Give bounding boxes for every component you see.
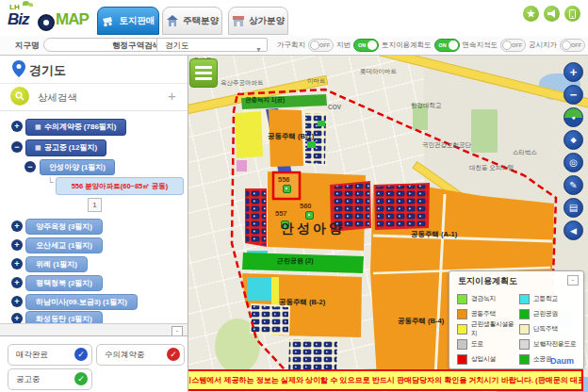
sidebar-region-title: 경기도 [29, 62, 66, 79]
district-item[interactable]: 양주옥정 (3필지) [25, 219, 103, 235]
parcel-556-label[interactable]: 556 [278, 175, 290, 184]
zoom-in-button[interactable]: + [564, 62, 583, 82]
collapse-icon[interactable]: − [24, 161, 36, 172]
toggle-label-cadastral: 연속지적도 [463, 41, 498, 50]
app-header: LH Biz MAP 토지판매 주택분양 상가분양 [0, 0, 588, 37]
legend-item: 도로 [457, 336, 519, 351]
hamburger-icon [195, 66, 212, 69]
detail-search-row[interactable]: 상세검색 + [0, 83, 188, 111]
toggle-block[interactable]: OFF [308, 39, 334, 52]
district-item[interactable]: 위례 (1필지) [25, 256, 88, 272]
mobile-button[interactable] [564, 6, 580, 22]
poi-label: 국민건강보험공단 [422, 141, 471, 150]
expand-icon[interactable]: + [11, 296, 23, 307]
expand-icon[interactable]: + [11, 258, 23, 270]
expand-icon[interactable]: + [11, 239, 23, 251]
zone-label-park: 근린공원 (2) [277, 256, 314, 266]
location-button[interactable]: ◎ [564, 153, 583, 172]
logo-map: MAP [56, 10, 89, 29]
map-attribution: Daum [550, 356, 574, 366]
legend-item: 경관녹지 [457, 291, 519, 306]
sidebar-toggle-button[interactable] [189, 58, 218, 88]
toggle-label-jibun: 지번 [336, 41, 351, 50]
legend-item: 상업시설 [457, 351, 519, 367]
layer-toggles: 가구획지 OFF 지번 ON 토지이용계획도 ON 연속지적도 OFF 공시지가… [277, 39, 585, 52]
map-canvas[interactable]: 우체국 옥산주공아파트 이마트 COV 롯데하이마트 한경대학교 국민건강보험공… [188, 55, 588, 392]
detail-search-label: 상세검색 [38, 91, 77, 105]
expand-icon[interactable]: + [11, 121, 23, 132]
toggle-price[interactable]: OFF [560, 39, 585, 52]
expand-icon[interactable]: + [11, 220, 23, 232]
legend-item: 근린생활시설용지 [457, 321, 519, 336]
filter-bar: 지구명 행정구역검색 경기도 ▼ 가구획지 OFF 지번 ON 토지이용계획도 … [0, 36, 588, 56]
poi-label: 이마트 [307, 77, 326, 86]
building-icon: ▦ [35, 123, 41, 130]
land-use-legend-panel: 토지이용계획도 - 경관녹지 고등학교 공동주택 근린공원 근린생활시설용지 단… [449, 270, 584, 369]
tab-housing-sale[interactable]: 주택분양 [162, 7, 222, 35]
toggle-label-landuse: 토지이용계획도 [382, 41, 432, 50]
district-item[interactable]: 하남미사(09.보금3) (1필지) [25, 294, 138, 310]
collapse-icon[interactable]: − [11, 141, 23, 153]
filter-negotiation-label: 수의계약중 [105, 350, 145, 361]
legend-swatch [457, 324, 467, 335]
satellite-view-button[interactable]: ◆ [564, 130, 583, 150]
check-icon: ✓ [74, 348, 88, 361]
bizmap-logo[interactable]: LH Biz MAP [0, 0, 94, 36]
tab-commercial-sale[interactable]: 상가분양 [228, 7, 288, 35]
toggle-jibun[interactable]: ON [353, 39, 379, 52]
legend-swatch [457, 294, 467, 304]
filter-sold-label: 매각완료 [16, 350, 48, 361]
tab-label: 주택분양 [183, 15, 219, 27]
pagination-page-1[interactable]: 1 [88, 198, 102, 212]
district-item[interactable]: 평택청북 (2필지) [25, 275, 103, 291]
add-search-button[interactable]: + [168, 88, 176, 104]
measure-button[interactable]: ✎ [564, 175, 583, 195]
leaf-icon [28, 3, 33, 7]
toggle-cadastral[interactable]: OFF [500, 39, 526, 52]
legend-swatch [519, 309, 530, 319]
print-button[interactable]: ▤ [564, 198, 583, 218]
star-icon [527, 9, 535, 18]
legend-collapse-button[interactable]: - [567, 275, 579, 286]
poi-label: COV [328, 104, 341, 110]
announcement-button[interactable] [544, 6, 560, 22]
district-name-label: 안성아양 [281, 220, 345, 237]
tree-item-anseong-ayang[interactable]: 안성아양 (1필지) [40, 159, 115, 175]
district-item[interactable]: 오산세교 (1필지) [25, 237, 103, 253]
toggle-landuse[interactable]: ON [434, 39, 460, 52]
filter-sold[interactable]: 매각완료 ✓ [8, 344, 92, 366]
poi-label: 롯데하이마트 [360, 68, 397, 76]
region-select[interactable]: 경기도 ▼ [156, 38, 268, 52]
parcel-557-label[interactable]: 557 [275, 209, 287, 218]
legend-swatch [457, 339, 467, 350]
zoom-out-button[interactable]: − [564, 85, 583, 105]
poi-label: 대천동 오피스텔 [469, 164, 514, 172]
toggle-label-price: 공시지가 [529, 41, 557, 50]
filter-negotiation[interactable]: 수의계약중 ✓ [96, 344, 185, 366]
zone-label-b2: 공동주택 (B-2) [279, 298, 325, 307]
region-select-value: 경기도 [165, 41, 189, 50]
parcel-556-marker[interactable] [283, 185, 291, 193]
parcel-560-marker[interactable] [305, 211, 314, 220]
tab-land-sale[interactable]: 토지판매 [97, 7, 159, 35]
filter-announced[interactable]: 공고중 ✓ [8, 368, 92, 390]
tree-item-negotiation[interactable]: ▦수의계약중 (786필지) [25, 119, 126, 136]
tree-connector: └ [47, 177, 53, 187]
tab-label: 상가분양 [249, 15, 285, 27]
poi-label: 옥산주공아파트 [220, 79, 264, 88]
parcel-560-label[interactable]: 560 [300, 202, 312, 210]
chevron-down-icon: ▼ [255, 42, 262, 57]
favorites-button[interactable] [523, 6, 539, 22]
legend-swatch [457, 354, 467, 365]
bizmap-app: 우체국 옥산주공아파트 이마트 COV 롯데하이마트 한경대학교 국민건강보험공… [0, 0, 588, 392]
panel-collapse-button[interactable]: ◀ [564, 220, 583, 240]
legend-item: 근린공원 [519, 306, 578, 321]
mobile-icon [569, 9, 576, 19]
store-icon [232, 15, 245, 27]
tree-leaf-parcel-556[interactable]: 556 분양아파트(60~85㎡ 공동) [56, 177, 184, 195]
admin-search-label: 행정구역검색 [112, 41, 160, 52]
roadview-button[interactable]: ● [564, 107, 583, 127]
legend-items: 경관녹지 고등학교 공동주택 근린공원 근린생활시설용지 단독주택 도로 보행자… [457, 291, 578, 367]
tree-item-announced[interactable]: ▦공고중 (12필지) [25, 139, 106, 156]
expand-icon[interactable]: + [11, 277, 23, 288]
